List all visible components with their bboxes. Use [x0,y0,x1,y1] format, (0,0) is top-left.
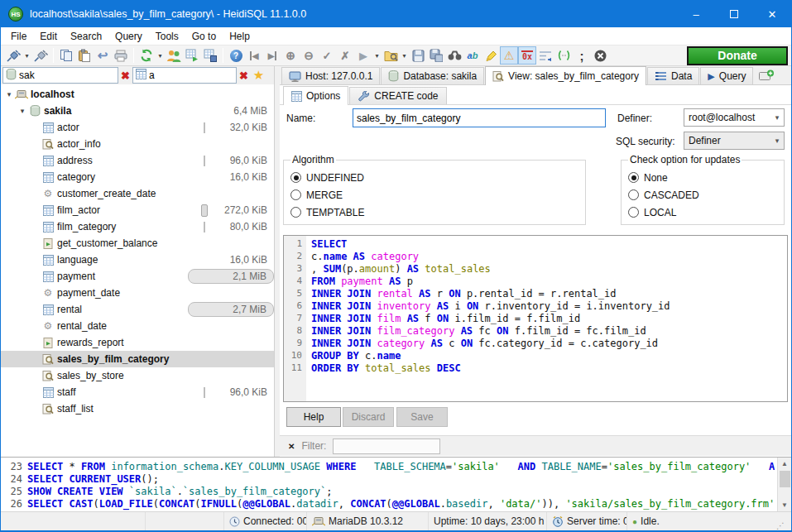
refresh-dropdown-caret[interactable]: ▾ [156,46,165,65]
menu-item-search[interactable]: Search [64,29,108,44]
toolbar-button-hex-view[interactable]: 0x [518,46,536,65]
tree-item-rewards-report[interactable]: rewards_report [1,334,274,351]
toolbar-button-open-file[interactable] [382,46,400,65]
tree-item-actor[interactable]: actor32,0 KiB [1,119,274,136]
menu-item-go-to[interactable]: Go to [185,29,223,44]
tree-item-film-category[interactable]: film_category80,0 KiB [1,218,274,235]
tree-item-staff[interactable]: staff96,0 KiB [1,384,274,400]
close-filter-icon[interactable]: ✕ [280,442,301,451]
toolbar-button-copy[interactable] [57,46,75,65]
radio-undefined[interactable]: UNDEFINED [290,169,578,186]
tree-item-rental-date[interactable]: ⚙rental_date [1,318,274,334]
toolbar-button-disconnect[interactable] [31,46,50,65]
definer-combobox[interactable]: root@localhost ▾ [684,108,785,127]
tree-item-payment-date[interactable]: ⚙payment_date [1,285,274,301]
tree-item-payment[interactable]: payment2,1 MiB [1,268,274,285]
log-scrollbar[interactable]: ▲ ▼ [777,458,791,511]
run-dropdown-caret[interactable]: ▾ [372,46,382,65]
favorites-star-icon[interactable]: ★ [251,68,266,83]
radio-temptable[interactable]: TEMPTABLE [290,204,578,221]
toolbar-button-find[interactable] [445,46,463,65]
tab-data[interactable]: Data [647,67,699,84]
close-button[interactable]: ✕ [753,1,791,27]
tree-item-sales-by-store[interactable]: sales_by_store [1,367,274,384]
menu-item-file[interactable]: File [4,29,33,44]
toolbar-button-paste[interactable] [75,46,94,65]
toolbar-button-export-tables[interactable] [183,46,201,65]
sql-security-combobox[interactable]: Definer ▾ [684,132,785,150]
tree-item-get-customer-balance[interactable]: get_customer_balance [1,235,274,252]
tree-item-actor-info[interactable]: actor_info [1,136,274,152]
save-button[interactable]: Save [396,407,448,427]
toolbar-button-cancel-edit[interactable]: ✗ [336,46,354,65]
tree-item-language[interactable]: language16,0 KiB [1,252,274,268]
tree-item-film-actor[interactable]: film_actor272,0 KiB [1,202,274,218]
resize-grip[interactable]: ⋰ [775,521,786,530]
donate-button[interactable]: Donate [687,46,788,65]
toolbar-button-help[interactable]: ? [227,46,245,65]
toolbar-button-grid-save[interactable] [201,46,219,65]
new-query-tab-button[interactable] [754,65,775,84]
toolbar-button-insert-line[interactable] [536,46,554,65]
toolbar-button-print[interactable] [112,46,130,65]
tab-host[interactable]: Host: 127.0.0.1 [281,67,380,84]
toolbar-button-delete-record[interactable]: ⊖ [300,46,318,65]
database-filter-input[interactable] [19,69,102,81]
radio-none[interactable]: None [628,169,777,186]
tree-item-localhost[interactable]: ▾localhost [1,86,274,103]
table-filter-input[interactable] [149,69,232,81]
toolbar-button-run[interactable]: ▶ [354,46,372,65]
maximize-button[interactable] [715,1,753,27]
tab-view[interactable]: View: sales_by_film_category [485,66,646,85]
clear-database-filter-icon[interactable]: ✖ [118,69,132,82]
tab-query[interactable]: ▶Query [700,67,753,84]
toolbar-button-refresh[interactable] [137,46,156,65]
minimize-button[interactable]: – [677,1,715,27]
view-sql-editor[interactable]: 1234567891011 SELECTc.name AS category, … [283,235,788,402]
toolbar-button-connect[interactable] [4,46,22,65]
connect-dropdown-caret[interactable]: ▾ [22,46,31,65]
toolbar-button-first-record[interactable]: ◀ [245,46,263,65]
radio-local[interactable]: LOCAL [628,204,777,221]
toolbar-button-highlight[interactable] [482,46,500,65]
scroll-down-icon[interactable]: ▼ [778,499,792,511]
tree-item-sakila[interactable]: ▾sakila6,4 MiB [1,103,274,119]
menu-item-help[interactable]: Help [223,29,257,44]
scrollbar-thumb[interactable] [780,471,790,487]
toolbar-button-user-manager[interactable] [165,46,183,65]
toolbar-button-bind-params[interactable]: ⚠ [500,46,518,65]
tab-database[interactable]: Database: sakila [381,67,484,84]
menu-item-tools[interactable]: Tools [149,29,185,44]
toolbar-button-add-record[interactable]: ⊕ [281,46,300,65]
help-button[interactable]: Help [286,407,341,427]
toolbar-button-replace[interactable]: ab [463,46,482,65]
toolbar-button-save[interactable] [409,46,427,65]
toolbar-button-save-as[interactable] [427,46,445,65]
open-dropdown-caret[interactable]: ▾ [400,46,409,65]
subtab-options[interactable]: Options [283,86,348,105]
radio-merge[interactable]: MERGE [290,186,578,204]
sql-log-panel[interactable]: 23SELECT * FROM information_schema.KEY_C… [1,457,791,511]
discard-button[interactable]: Discard [343,407,394,427]
subtab-create-code[interactable]: CREATE code [349,87,446,104]
menu-item-query[interactable]: Query [108,29,149,44]
tree-item-address[interactable]: address96,0 KiB [1,152,274,169]
toolbar-button-undo[interactable]: ↩ [94,46,112,65]
database-tree[interactable]: ▾localhost▾sakila6,4 MiBactor32,0 KiBact… [1,84,274,457]
toolbar-button-last-record[interactable]: ▶ [263,46,281,65]
expander-chevron-icon[interactable]: ▾ [4,90,14,98]
menu-item-edit[interactable]: Edit [33,29,64,44]
scroll-up-icon[interactable]: ▲ [778,458,792,470]
toolbar-button-semicolon[interactable]: ; [573,46,591,65]
filter-input[interactable] [333,439,440,454]
tree-item-customer-create-date[interactable]: ⚙customer_create_date [1,185,274,202]
toolbar-button-stop[interactable] [591,46,609,65]
expander-chevron-icon[interactable]: ▾ [17,107,27,115]
toolbar-button-post-edit[interactable]: ✓ [318,46,336,65]
radio-cascaded[interactable]: CASCADED [628,186,777,204]
toolbar-button-reformat[interactable] [554,46,573,65]
view-name-input[interactable] [353,108,606,127]
tree-item-staff-list[interactable]: staff_list [1,400,274,417]
clear-table-filter-icon[interactable]: ✖ [237,69,251,82]
tree-item-sales-by-film-category[interactable]: sales_by_film_category [1,351,274,367]
